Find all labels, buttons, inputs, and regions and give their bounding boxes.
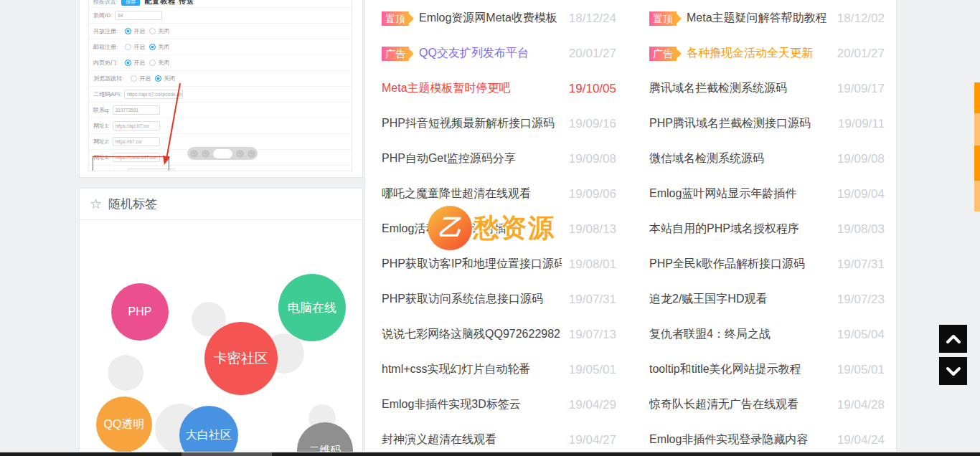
tag-item[interactable]: 电脑在线	[278, 274, 346, 341]
carousel-dot[interactable]	[248, 150, 255, 158]
article-link[interactable]: Emlog蓝叶网站显示年龄插件	[649, 186, 796, 201]
article-title[interactable]: 微信域名检测系统源码	[649, 151, 764, 166]
badge-label: 置顶	[649, 11, 677, 26]
list-item: 封神演义超清在线观看19/04/27	[382, 422, 616, 456]
tag-item[interactable]: 二维码	[297, 422, 353, 452]
carousel-dot[interactable]	[213, 149, 232, 158]
horizontal-scrollbar-thumb[interactable]	[182, 452, 272, 456]
article-link[interactable]: 说说七彩网络这脑残QQ972622982	[382, 327, 560, 342]
article-title[interactable]: PHP全民k歌作品解析接口源码	[649, 257, 805, 272]
form-field-label: CMS分类ID:	[93, 169, 125, 171]
save-button-in-screenshot: 保存	[121, 0, 140, 6]
article-link[interactable]: 广告QQ交友扩列发布平台	[382, 46, 529, 61]
tags-card-title: 随机标签	[108, 196, 157, 212]
scroll-to-top-button[interactable]	[939, 325, 967, 353]
article-title[interactable]: QQ交友扩列发布平台	[419, 46, 529, 61]
article-title[interactable]: PHP腾讯域名拦截检测接口源码	[649, 116, 811, 131]
form-row: 网址1:https://api.b7.co/	[89, 118, 352, 134]
article-date: 19/05/01	[569, 363, 616, 377]
form-field-label: 内页热门:	[93, 59, 118, 67]
star-icon: ☆	[90, 196, 102, 212]
article-link[interactable]: PHP自动Get监控源码分享	[382, 151, 516, 166]
edge-widget-bar[interactable]	[974, 146, 980, 181]
article-title[interactable]: 本站自用的PHP域名授权程序	[649, 222, 799, 237]
article-title[interactable]: html+css实现幻灯片自动轮番	[382, 362, 531, 377]
scroll-to-bottom-button[interactable]	[939, 357, 967, 385]
article-title[interactable]: 各种撸现金活动全天更新	[687, 46, 813, 61]
article-date: 19/09/16	[569, 117, 616, 131]
article-date: 19/08/03	[837, 222, 885, 237]
carousel-dot[interactable]	[236, 150, 244, 158]
article-link[interactable]: 哪吒之魔童降世超清在线观看	[382, 186, 531, 201]
article-link[interactable]: Emlog非插件实现登录隐藏内容	[649, 432, 808, 447]
article-title[interactable]: tooltip和title美化网站提示教程	[649, 362, 801, 377]
article-title[interactable]: PHP自动Get监控源码分享	[382, 151, 516, 166]
radio-label: 关闭	[158, 27, 169, 35]
article-link[interactable]: Emlog非插件实现3D标签云	[382, 397, 521, 412]
tag-item[interactable]: QQ透明	[96, 396, 152, 452]
article-link[interactable]: 广告各种撸现金活动全天更新	[649, 46, 813, 61]
article-link[interactable]: PHP抖音短视频最新解析接口源码	[382, 116, 555, 131]
article-title[interactable]: 复仇者联盟4：终局之战	[649, 327, 771, 342]
article-link[interactable]: 本站自用的PHP域名授权程序	[649, 222, 799, 237]
radio-label: 开启	[133, 59, 145, 67]
badge-label: 广告	[382, 47, 409, 61]
article-title[interactable]: Emlog资源网Meta收费模板	[419, 11, 557, 26]
list-item: 广告QQ交友扩列发布平台20/01/27	[382, 36, 616, 71]
article-date: 18/12/02	[837, 11, 885, 26]
article-link[interactable]: 微信域名检测系统源码	[649, 151, 764, 166]
article-link[interactable]: 追龙2/贼王国字HD观看	[649, 292, 767, 307]
radio-option: 关闭	[149, 59, 169, 67]
edge-widget-bar[interactable]	[974, 113, 980, 146]
tag-item[interactable]: 卡密社区	[204, 322, 278, 395]
horizontal-scrollbar-track[interactable]	[0, 452, 980, 456]
article-title[interactable]: PHP获取访客IP和地理位置接口源码	[382, 257, 562, 272]
article-link[interactable]: PHP全民k歌作品解析接口源码	[649, 257, 805, 272]
article-link[interactable]: html+css实现幻灯片自动轮番	[382, 362, 531, 377]
article-link[interactable]: PHP获取访客IP和地理位置接口源码	[382, 257, 562, 272]
form-field-label: 邮箱注册:	[93, 43, 118, 51]
article-link[interactable]: Meta主题模板暂时停更吧	[382, 81, 511, 96]
article-title[interactable]: 追龙2/贼王国字HD观看	[649, 292, 767, 307]
edge-widget-bar[interactable]	[974, 181, 980, 212]
list-item: Emlog非插件实现3D标签云19/04/29	[382, 387, 616, 422]
article-title[interactable]: Meta主题模板暂时停更吧	[382, 81, 511, 96]
article-title[interactable]: PHP抖音短视频最新解析接口源码	[382, 116, 555, 131]
article-date: 19/07/31	[837, 257, 885, 272]
list-item: html+css实现幻灯片自动轮番19/05/01	[382, 352, 616, 387]
radio-option: 开启	[131, 75, 151, 82]
list-item: Emlog蓝叶网站显示年龄插件19/09/04	[649, 176, 885, 212]
article-title[interactable]: 惊奇队长超清无广告在线观看	[649, 397, 798, 412]
tag-item[interactable]: PHP	[111, 283, 169, 341]
list-item: 置顶Emlog资源网Meta收费模板18/12/24	[382, 1, 616, 36]
article-title[interactable]: 说说七彩网络这脑残QQ972622982	[382, 327, 560, 342]
article-title[interactable]: Meta主题疑问解答帮助教程	[687, 11, 827, 26]
list-item: PHP自动Get监控源码分享19/09/08	[382, 141, 616, 176]
radio-label: 开启	[133, 27, 145, 35]
article-title[interactable]: Emlog非插件实现3D标签云	[382, 397, 521, 412]
article-title[interactable]: 哪吒之魔童降世超清在线观看	[382, 186, 531, 201]
article-link[interactable]: 置顶Meta主题疑问解答帮助教程	[649, 11, 827, 26]
article-link[interactable]: PHP获取访问系统信息接口源码	[382, 292, 543, 307]
carousel-dot[interactable]	[190, 150, 198, 158]
article-link[interactable]: 惊奇队长超清无广告在线观看	[649, 397, 798, 412]
carousel-slide-card: 模板设置: 保存 配置教程 传送 新闻ID:64开放注册:开启关闭邮箱注册:开启…	[79, 0, 363, 178]
article-link[interactable]: 腾讯域名拦截检测系统源码	[649, 81, 787, 96]
article-link[interactable]: PHP腾讯域名拦截检测接口源码	[649, 116, 811, 131]
article-title[interactable]: PHP获取访问系统信息接口源码	[382, 292, 543, 307]
article-link[interactable]: tooltip和title美化网站提示教程	[649, 362, 801, 377]
article-link[interactable]: 置顶Emlog资源网Meta收费模板	[382, 11, 557, 26]
carousel-dot[interactable]	[202, 150, 209, 158]
list-item: 广告各种撸现金活动全天更新20/01/27	[649, 36, 885, 71]
list-item: Meta主题模板暂时停更吧19/10/05	[382, 71, 616, 106]
article-title[interactable]: 腾讯域名拦截检测系统源码	[649, 81, 787, 96]
carousel-indicator[interactable]	[187, 147, 258, 160]
article-title[interactable]: Emlog非插件实现登录隐藏内容	[649, 432, 808, 447]
article-title[interactable]: 封神演义超清在线观看	[382, 432, 496, 447]
admin-settings-screenshot: 模板设置: 保存 配置教程 传送 新闻ID:64开放注册:开启关闭邮箱注册:开启…	[88, 0, 352, 171]
article-link[interactable]: 封神演义超清在线观看	[382, 432, 496, 447]
edge-widget-bar[interactable]	[974, 82, 980, 113]
form-header-bold-text: 配置教程 传送	[144, 0, 194, 6]
article-link[interactable]: 复仇者联盟4：终局之战	[649, 327, 771, 342]
article-title[interactable]: Emlog蓝叶网站显示年龄插件	[649, 186, 796, 201]
